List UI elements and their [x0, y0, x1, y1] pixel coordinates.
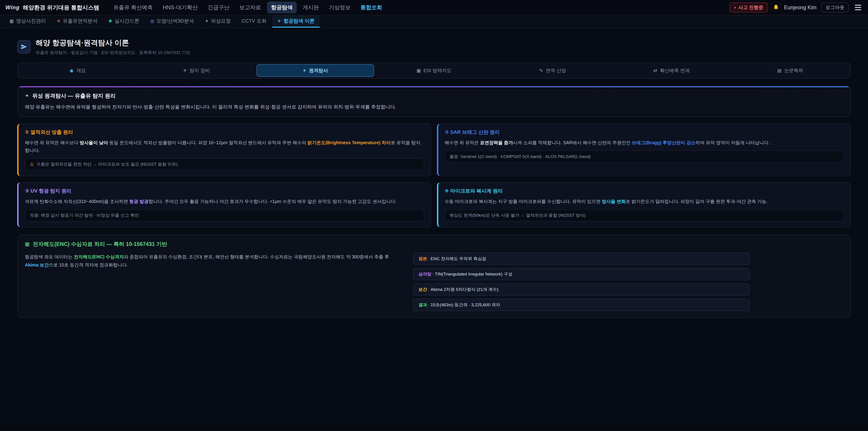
tab-overview[interactable]: ◉ 개요	[19, 64, 136, 77]
satellite-icon: ✦	[303, 68, 306, 73]
tab-remote-sensing[interactable]: ✦ 원격탐사	[256, 64, 374, 77]
page-header: 해양 항공탐색·원격탐사 이론 유출유 원격탐지 · 항공감시 기법 · ESI…	[17, 38, 851, 56]
subtab-label: 유출유면적분석	[63, 18, 98, 24]
plane-icon: ✈	[183, 68, 187, 73]
tab-label: 원격탐사	[309, 67, 328, 74]
subtab-oil-area-analysis[interactable]: ✳ 유출유면적분석	[52, 16, 103, 28]
subtab-label: 위성요청	[211, 18, 231, 24]
subtab-label: CCTV 조회	[242, 18, 267, 24]
card-title: ① 열적외선 방출 원리	[25, 129, 424, 135]
section-title: ✦ 위성 원격탐사 — 유출유 탐지 원리	[25, 92, 843, 99]
menu-icon[interactable]	[854, 3, 863, 11]
tab-label: ESI 방제지도	[424, 67, 452, 74]
page-title-block: 해양 항공탐색·원격탐사 이론 유출유 원격탐지 · 항공감시 기법 · ESI…	[36, 38, 190, 56]
document-icon: ▤	[777, 68, 782, 73]
map-grid-icon: ▦	[416, 68, 421, 73]
tab-area-calculation[interactable]: ✎ 면적 산정	[494, 64, 612, 77]
enc-bathymetry-section: ▦ 전자해도(ENC) 수심자료 처리 — 특허 10-1567431 기반 항…	[17, 235, 851, 318]
tab-detection-equipment[interactable]: ✈ 탐지 장비	[138, 64, 255, 77]
nav-item-integrated-search[interactable]: 통합조회	[356, 2, 386, 13]
nav-item-spill-prediction[interactable]: 유출유 확산예측	[109, 2, 157, 13]
incident-status-label: 사고 진행중	[738, 4, 763, 11]
pencil-icon: ✎	[539, 68, 543, 73]
enc-step-tin: 삼각망TIN(Triangulated Irregular Network) 구…	[413, 268, 750, 280]
tab-label: 확산예측 연계	[660, 67, 690, 74]
nav-item-board[interactable]: 게시판	[299, 2, 323, 13]
brand[interactable]: Wing 해양환경 위기대응 통합시스템	[5, 4, 99, 11]
subtab-photo-management[interactable]: ▦ 영상사진관리	[4, 16, 51, 28]
card-title: ② SAR 브래그 산란 원리	[445, 129, 844, 135]
enc-processing-steps: 원본ENC 전자해도 무작위 측심점 삼각망TIN(Triangulated I…	[413, 253, 750, 311]
card-note: 활용: Sentinel-1(C-band) · KOMPSAT-5(X-ban…	[445, 151, 844, 163]
card-body: 석유계 탄화수소에 자외선(310~400nm)을 조사하면 형광 발광합니다.…	[25, 197, 424, 205]
card-note-text: 구름은 열적외선을 완전 차단 → 마이크로파 보조 필요 (NGSST 융합 …	[36, 161, 178, 167]
card-note: 적용: 해경 감시 항공기 야간 탐색 · 비정상 유출 신고 확인	[25, 209, 424, 221]
principle-card-sar: ② SAR 브래그 산란 원리 해수면 위 유막은 표면장력을 증가시켜 소파를…	[437, 123, 851, 176]
enc-description: 항공탐색 좌표 데이터는 전자해도(ENC) 수심격자와 중첩되어 유출유의 수…	[25, 253, 401, 311]
3d-analysis-icon: ◎	[150, 18, 154, 24]
subtab-aerial-theory[interactable]: ✈ 항공탐색 이론	[272, 16, 320, 28]
logo-icon: Wing	[5, 4, 20, 11]
subtab-label: 영상사진관리	[16, 18, 46, 24]
principle-cards-grid: ① 열적외선 방출 원리 해수면 위 유막은 해수보다 방사율이 낮아 동일 온…	[17, 123, 851, 227]
nav-item-weather[interactable]: 기상정보	[325, 2, 355, 13]
tab-diffusion-link[interactable]: ⇄ 확산예측 연계	[613, 64, 730, 77]
tab-label: 개요	[76, 67, 86, 74]
tab-papers-patents[interactable]: ▤ 논문특허	[732, 64, 849, 77]
principle-card-microwave: ④ 마이크로파 복사계 원리 수동 마이크로파 복사계는 지구 방출 마이크로파…	[437, 182, 851, 227]
top-navbar: Wing 해양환경 위기대응 통합시스템 유출유 확산예측 HNS·대기확산 긴…	[0, 0, 868, 16]
chart-grid-icon: ▦	[25, 241, 30, 247]
card-title: ③ UV 형광 탐지 원리	[25, 188, 424, 194]
globe-icon: ◉	[70, 68, 73, 73]
plane-icon: ✈	[277, 18, 281, 24]
page-title: 해양 항공탐색·원격탐사 이론	[36, 38, 190, 48]
logout-button[interactable]: 로그아웃	[822, 2, 848, 12]
user-name: Eunjeong Kim	[784, 4, 816, 11]
main-content: 해양 항공탐색·원격탐사 이론 유출유 원격탐지 · 항공감시 기법 · ESI…	[0, 28, 868, 345]
navbar-right: ● 사고 진행중 Eunjeong Kim 로그아웃	[730, 2, 863, 12]
principle-card-thermal-ir: ① 열적외선 방출 원리 해수면 위 유막은 해수보다 방사율이 낮아 동일 온…	[17, 123, 431, 176]
subtab-realtime-drone[interactable]: ✚ 실시간드론	[103, 16, 145, 28]
card-note-text: 적용: 해경 감시 항공기 야간 탐색 · 비정상 유출 신고 확인	[30, 212, 139, 218]
subtab-cctv[interactable]: CCTV 조회	[237, 16, 272, 28]
tab-esi-map[interactable]: ▦ ESI 방제지도	[375, 64, 493, 77]
theory-tab-bar: ◉ 개요 ✈ 탐지 장비 ✦ 원격탐사 ▦ ESI 방제지도 ✎ 면적 산정 ⇄…	[17, 62, 851, 79]
nav-item-reports[interactable]: 보고자료	[235, 2, 265, 13]
drone-icon: ✚	[108, 18, 112, 24]
subtab-satellite-request[interactable]: ✦ 위성요청	[200, 16, 236, 28]
subtab-label: 오염/선박3D분석	[156, 18, 194, 24]
enc-step-result: 결과15초(463m) 등간격 · 3,225,600 격자	[413, 299, 750, 311]
principle-card-uv: ③ UV 형광 탐지 원리 석유계 탄화수소에 자외선(310~400nm)을 …	[17, 182, 431, 227]
subtab-pollution-ship-3d[interactable]: ◎ 오염/선박3D분석	[145, 16, 199, 28]
link-icon: ⇄	[653, 68, 657, 73]
tab-label: 탐지 장비	[190, 67, 210, 74]
status-dot-icon: ●	[734, 6, 736, 9]
warning-icon: ⚠	[30, 162, 34, 167]
tab-label: 면적 산정	[546, 67, 566, 74]
notification-bell-icon[interactable]	[773, 4, 779, 11]
nav-item-hns-atmospheric[interactable]: HNS·대기확산	[159, 2, 202, 13]
card-body: 해수면 위 유막은 해수보다 방사율이 낮아 동일 온도에서도 적외선 방출량이…	[25, 139, 424, 154]
card-note: 해상도 한계(50km)로 단독 사용 불가 → 열적외선과 융합 (NGSST…	[445, 209, 844, 221]
main-nav: 유출유 확산예측 HNS·대기확산 긴급구난 보고자료 항공탐색 게시판 기상정…	[109, 2, 386, 13]
nav-item-emergency-rescue[interactable]: 긴급구난	[204, 2, 234, 13]
app-title: 해양환경 위기대응 통합시스템	[23, 4, 99, 11]
card-note-text: 해상도 한계(50km)로 단독 사용 불가 → 열적외선과 융합 (NGSST…	[450, 212, 586, 218]
subtab-label: 항공탐색 이론	[283, 18, 315, 24]
subtab-label: 실시간드론	[114, 18, 139, 24]
card-note-text: 활용: Sentinel-1(C-band) · KOMPSAT-5(X-ban…	[450, 154, 591, 160]
page-subtitle: 유출유 원격탐지 · 항공감시 기법 · ESI 방제정보지도 · 등록특허 1…	[36, 50, 190, 56]
card-title: ④ 마이크로파 복사계 원리	[445, 188, 844, 194]
image-grid-icon: ▦	[9, 18, 14, 24]
subtab-bar: ▦ 영상사진관리 ✳ 유출유면적분석 ✚ 실시간드론 ◎ 오염/선박3D분석 ✦…	[0, 16, 868, 28]
card-body: 수동 마이크로파 복사계는 지구 방출 마이크로파를 수신합니다. 유막이 있으…	[445, 197, 844, 205]
enc-step-source: 원본ENC 전자해도 무작위 측심점	[413, 253, 750, 265]
nav-item-aerial-search[interactable]: 항공탐색	[267, 2, 297, 13]
satellite-icon: ✦	[25, 93, 29, 99]
incident-status-badge: ● 사고 진행중	[730, 2, 768, 12]
card-note: ⚠ 구름은 열적외선을 완전 차단 → 마이크로파 보조 필요 (NGSST 융…	[25, 158, 424, 171]
section-description: 해양 유출유는 해수면에 유막을 형성하여 전자기파 반사·방출·산란 특성을 …	[25, 103, 843, 111]
enc-section-title: ▦ 전자해도(ENC) 수심자료 처리 — 특허 10-1567431 기반	[25, 241, 843, 248]
oil-spill-icon: ✳	[57, 18, 61, 24]
paper-plane-icon	[17, 40, 31, 54]
